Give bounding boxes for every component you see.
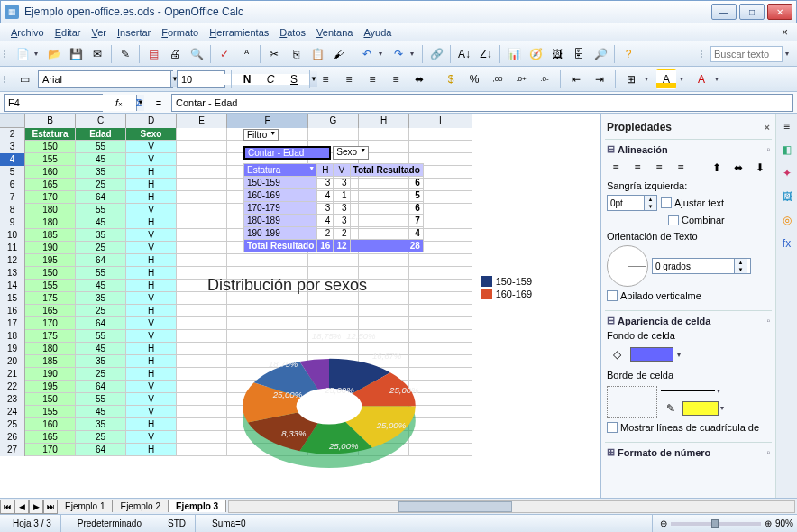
cell[interactable]: 185 [25,229,76,242]
valign-mid-icon[interactable]: ⬌ [729,159,747,177]
wrap-checkbox[interactable]: Ajustar text [661,197,724,208]
cell[interactable]: H [126,166,177,179]
pivot-row-field[interactable]: Estatura▼ [244,164,317,177]
function-wizard-icon[interactable]: fₓ [110,94,128,112]
print-icon[interactable]: 🖨 [165,44,185,64]
section-appearance[interactable]: Apariencia de celda [618,316,710,326]
cell[interactable]: 185 [25,355,76,368]
chart-icon[interactable]: 📊 [504,44,524,64]
cell[interactable]: 175 [25,330,76,343]
cell[interactable]: Sexo [126,128,177,141]
search-input[interactable] [710,46,783,62]
cell[interactable] [359,254,409,267]
cell[interactable]: 165 [25,431,76,444]
row-header[interactable]: 3 [0,141,25,153]
cell[interactable]: V [126,242,177,254]
cell[interactable]: 25 [76,368,126,381]
sort-desc-icon[interactable]: Z↓ [476,44,496,64]
border-preview[interactable] [607,386,657,418]
row-header[interactable]: 15 [0,292,25,305]
cell[interactable]: 190 [25,242,76,254]
align-center-icon[interactable]: ≡ [339,69,359,89]
cell[interactable]: V [126,393,177,406]
edit-icon[interactable]: ✎ [115,44,135,64]
row-header[interactable]: 27 [0,444,25,456]
row-header[interactable]: 21 [0,368,25,381]
col-header-I[interactable]: I [409,114,472,128]
redo-icon[interactable]: ↷ [389,44,408,64]
cell[interactable]: 64 [76,191,126,204]
zoom-out-icon[interactable]: ⊖ [660,518,667,528]
cell[interactable]: 64 [76,444,126,456]
orientation-dial[interactable] [607,245,648,287]
cell[interactable]: 165 [25,179,76,191]
font-name-combo[interactable]: ▼ [38,70,173,88]
cell[interactable]: H [126,305,177,317]
horizontal-scrollbar[interactable] [228,500,795,513]
cell[interactable]: 45 [76,343,126,355]
cell[interactable] [227,254,308,267]
row-header[interactable]: 5 [0,166,25,179]
fill-bucket-icon[interactable]: ◇ [607,344,627,364]
sidebar-menu-icon[interactable]: ≡ [778,117,796,135]
cell[interactable]: H [126,254,177,267]
font-size-combo[interactable]: ▼ [177,70,225,88]
cell[interactable] [177,254,227,267]
cell[interactable]: 35 [76,229,126,242]
underline-icon[interactable]: S [284,69,304,89]
tab-last-icon[interactable]: ⏭ [43,500,58,514]
email-icon[interactable]: ✉ [87,44,107,64]
cell[interactable]: 45 [76,153,126,166]
cell[interactable]: 35 [76,355,126,368]
cell[interactable]: 155 [25,406,76,418]
align-right-icon[interactable]: ≡ [362,69,382,89]
menu-archivo[interactable]: Archivo [5,25,50,40]
cell[interactable]: 150 [25,267,76,280]
cell[interactable]: V [126,153,177,166]
border-color-swatch[interactable] [682,401,719,416]
cell[interactable]: 180 [25,343,76,355]
row-header[interactable]: 18 [0,330,25,343]
percent-icon[interactable]: % [464,69,484,89]
pivot-col-field[interactable]: Sexo [333,146,369,160]
row-header[interactable]: 26 [0,431,25,444]
cell[interactable]: 155 [25,280,76,292]
pencil-icon[interactable]: ✎ [661,399,681,418]
cell[interactable]: H [126,267,177,280]
col-header-B[interactable]: B [25,114,76,128]
cell[interactable]: 55 [76,330,126,343]
bold-icon[interactable]: N [237,69,257,89]
row-header[interactable]: 13 [0,267,25,280]
navigator-tab-icon[interactable]: ◎ [778,211,796,229]
help-icon[interactable]: ? [618,44,638,64]
row-header[interactable]: 11 [0,242,25,254]
cell[interactable]: 160 [25,166,76,179]
row-header[interactable]: 4 [0,153,25,166]
menu-datos[interactable]: Datos [274,25,311,40]
datasources-icon[interactable]: 🗄 [569,44,589,64]
page-style[interactable]: Predeterminado [69,515,151,532]
maximize-button[interactable]: □ [739,4,765,20]
doc-close-icon[interactable]: × [778,26,792,39]
row-header[interactable]: 10 [0,229,25,242]
row-header[interactable]: 19 [0,343,25,355]
menu-editar[interactable]: Editar [50,25,87,40]
col-header-G[interactable]: G [308,114,359,128]
status-sum[interactable]: Suma=0 [203,515,653,532]
remove-decimal-icon[interactable]: .0- [535,69,554,89]
valign-bot-icon[interactable]: ⬇ [751,159,769,177]
cell[interactable]: V [126,141,177,153]
format-paint-icon[interactable]: 🖌 [329,44,349,64]
section-number-format[interactable]: Formato de número [618,447,710,458]
cell[interactable]: 195 [25,254,76,267]
cell[interactable]: 170 [25,191,76,204]
row-header[interactable]: 6 [0,179,25,191]
borders-icon[interactable]: ⊞ [621,69,641,89]
halign-left-icon[interactable]: ≡ [607,159,625,177]
cell[interactable]: H [126,216,177,229]
cell[interactable] [409,254,472,267]
open-icon[interactable]: 📂 [44,44,64,64]
indent-spinner[interactable]: ▲▼ [607,195,657,211]
sheet-tab[interactable]: Ejemplo 1 [57,500,113,512]
cell[interactable]: 150 [25,393,76,406]
